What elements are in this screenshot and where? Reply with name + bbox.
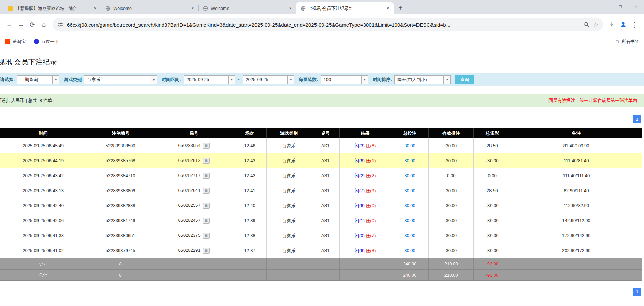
total-bet-link[interactable]: 30.00	[404, 173, 415, 178]
tab-forum[interactable]: 【新提醒】海燕策略论坛 - 综合 ×	[3, 2, 101, 14]
cell-bet-id: 522839383809	[86, 183, 155, 198]
round-detail-icon[interactable]: ▦	[203, 143, 210, 149]
page-number-button[interactable]: 1	[633, 115, 641, 123]
tab-close-icon[interactable]: ×	[287, 5, 293, 12]
all-bookmarks-button[interactable]: 所有书签	[613, 39, 639, 45]
tab-welcome-2[interactable]: Welcome ×	[199, 2, 296, 14]
bookmark-star-icon[interactable]: ☆	[593, 21, 598, 28]
tab-bet-record-active[interactable]: :::视讯 会员下注纪录::: ×	[296, 2, 394, 14]
filter-bar: 请选择: 日期查询 ▾ 游戏类别 百家乐 ▾ 时间区间: 2025-09-25 …	[0, 73, 644, 86]
col-payout: 总派彩	[474, 128, 511, 138]
cell-total-bet: 30.00	[391, 138, 429, 153]
bookmark-taobao[interactable]: 爱淘宝	[5, 39, 26, 45]
window-controls: — □ ×	[597, 0, 644, 13]
url-text[interactable]: 66cxkj98.com/game/betrecord_search/kind3…	[67, 22, 580, 28]
tab-title: Welcome	[211, 6, 284, 11]
round-detail-icon[interactable]: ▦	[203, 233, 210, 239]
tab-close-icon[interactable]: ×	[92, 5, 98, 12]
tab-close-icon[interactable]: ×	[190, 5, 196, 12]
cell-table-no: AS1	[311, 198, 340, 213]
search-button[interactable]: 查询	[455, 75, 474, 84]
browser-toolbar: ← → ⟳ ⌂ 66cxkj98.com/game/betrecord_sear…	[0, 14, 644, 35]
zoom-icon[interactable]	[584, 21, 590, 28]
cell-game-type: 百家乐	[266, 183, 311, 198]
total-bet-link[interactable]: 30.00	[404, 233, 415, 238]
cell-time: 2025-09-25 06:42:40	[0, 198, 86, 213]
chevron-down-icon[interactable]: ▾	[443, 76, 450, 84]
cell-valid-bet: 30.00	[429, 183, 474, 198]
date-start-select[interactable]: 2025-09-25 ▾	[184, 75, 235, 84]
cell-table-no: AS1	[311, 228, 340, 243]
round-detail-icon[interactable]: ▦	[203, 203, 210, 209]
table-row: 2025-09-25 06:42:06 522839381749 6502824…	[0, 213, 642, 228]
round-detail-icon[interactable]: ▦	[203, 218, 210, 224]
game-type-select[interactable]: 百家乐 ▾	[84, 75, 157, 84]
home-icon[interactable]: ⌂	[38, 19, 50, 30]
page-number-button[interactable]: 1	[633, 288, 641, 296]
result-player: 闲(2)	[355, 173, 365, 178]
round-id-value: 650282291	[178, 248, 201, 253]
round-detail-icon[interactable]: ▦	[203, 188, 210, 194]
site-settings-icon[interactable]	[57, 21, 63, 28]
cell-session: 12-46	[233, 138, 266, 153]
cell-total-bet: 30.00	[391, 213, 429, 228]
chevron-down-icon[interactable]: ▾	[228, 76, 235, 84]
cell-result: 闲(2) 庄(2)	[339, 168, 391, 183]
total-bet-link[interactable]: 30.00	[404, 188, 415, 193]
total-bet-link[interactable]: 30.00	[404, 203, 415, 208]
total-bet-link[interactable]: 30.00	[404, 248, 415, 253]
round-detail-icon[interactable]: ▦	[203, 173, 210, 179]
cell-bet-id: 522839388500	[86, 138, 155, 153]
downloads-icon[interactable]	[606, 19, 617, 30]
date-end-value: 2025-09-25	[243, 76, 287, 84]
round-detail-icon[interactable]: ▦	[203, 158, 210, 164]
col-note: 备注	[511, 128, 642, 138]
query-type-value: 日期查询	[17, 76, 52, 84]
query-type-select[interactable]: 日期查询 ▾	[17, 75, 59, 84]
tab-welcome-1[interactable]: Welcome ×	[101, 2, 199, 14]
chevron-down-icon[interactable]: ▾	[287, 76, 294, 84]
round-id-value: 650282717	[178, 173, 201, 178]
cell-table-no: AS1	[311, 153, 340, 168]
result-player: 闲(7)	[355, 188, 365, 193]
bookmark-baidu[interactable]: 百度一下	[34, 39, 59, 45]
cell-payout: -30.00	[474, 153, 511, 168]
cell-result: 闲(1) 庄(0)	[339, 213, 391, 228]
maximize-button[interactable]: □	[613, 0, 628, 13]
total-row: 总计 8 240.00 210.00 -93.00	[0, 270, 642, 281]
total-bet-link[interactable]: 30.00	[404, 218, 415, 223]
cell-round-id: 650282557▦	[155, 198, 233, 213]
date-end-select[interactable]: 2025-09-25 ▾	[243, 75, 294, 84]
forward-icon[interactable]: →	[15, 19, 27, 30]
minimize-button[interactable]: —	[597, 0, 613, 13]
total-total-bet: 240.00	[391, 270, 429, 281]
table-row: 2025-09-25 06:43:13 522839383809 6502826…	[0, 183, 642, 198]
cell-round-id: 650282457▦	[155, 213, 233, 228]
sort-select[interactable]: 降幂(由大到小) ▾	[394, 75, 451, 84]
reload-icon[interactable]: ⟳	[27, 19, 38, 30]
page-size-select[interactable]: 100 ▾	[321, 75, 368, 84]
cell-note: 111.40/81.40	[511, 153, 642, 168]
round-detail-icon[interactable]: ▦	[203, 248, 210, 254]
chevron-down-icon[interactable]: ▾	[150, 76, 157, 84]
cell-session: 12-43	[233, 153, 266, 168]
tab-close-icon[interactable]: ×	[385, 5, 391, 12]
back-icon[interactable]: ←	[3, 19, 15, 30]
total-bet-link[interactable]: 30.00	[404, 143, 415, 148]
col-table-no: 桌号	[311, 128, 340, 138]
round-id-value: 650282812	[178, 158, 201, 163]
new-tab-button[interactable]: +	[396, 3, 405, 13]
cell-result: 闲(0) 庄(7)	[339, 228, 391, 243]
cell-valid-bet: 30.00	[429, 198, 474, 213]
cell-valid-bet: 30.00	[429, 153, 474, 168]
cell-payout: -30.00	[474, 198, 511, 213]
cell-valid-bet: 30.00	[429, 228, 474, 243]
chevron-down-icon[interactable]: ▾	[361, 76, 368, 84]
menu-icon[interactable]: ⋮	[629, 19, 641, 30]
profile-icon[interactable]	[617, 19, 629, 30]
chevron-down-icon[interactable]: ▾	[52, 76, 59, 84]
address-bar[interactable]: 66cxkj98.com/game/betrecord_search/kind3…	[53, 18, 603, 31]
table-row: 2025-09-25 06:42:40 522839382838 6502825…	[0, 198, 642, 213]
window-close-button[interactable]: ×	[628, 0, 644, 13]
total-bet-link[interactable]: 30.00	[404, 158, 415, 163]
